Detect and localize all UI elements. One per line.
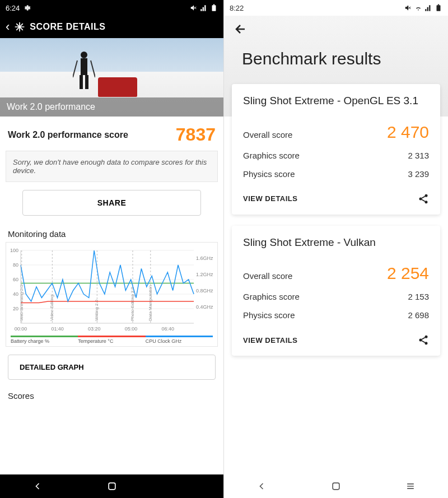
wifi-icon: [414, 4, 422, 12]
svg-point-45: [425, 336, 428, 338]
svg-text:05:00: 05:00: [125, 326, 137, 332]
battery-icon: [210, 4, 218, 12]
svg-text:01:40: 01:40: [51, 326, 63, 332]
header-title: SCORE DETAILS: [30, 22, 105, 32]
physics-label: Physics score: [243, 169, 295, 179]
svg-text:100: 100: [10, 248, 18, 253]
svg-text:Data Manipulation: Data Manipulation: [148, 285, 153, 321]
overall-label: Overall score: [243, 271, 292, 281]
svg-rect-3: [81, 58, 87, 75]
physics-value: 2 698: [408, 310, 429, 320]
monitoring-title: Monitoring data: [0, 224, 223, 242]
svg-text:80: 80: [13, 262, 18, 268]
hero-banner: Work 2.0 performance: [0, 97, 223, 117]
graphics-value: 2 153: [408, 292, 429, 301]
svg-text:60: 60: [13, 277, 18, 282]
legend-temp: Temperature °C: [78, 338, 145, 344]
nav-home-icon[interactable]: [330, 481, 342, 492]
svg-point-47: [425, 342, 428, 345]
share-icon[interactable]: [418, 334, 429, 346]
svg-text:40: 40: [13, 291, 18, 297]
right-phone: 8:22 Benchmark results Sling Shot Extrem…: [224, 0, 448, 498]
svg-rect-4: [80, 75, 83, 89]
signal-icon: [424, 4, 432, 12]
overall-label: Overall score: [243, 130, 292, 139]
svg-text:06:40: 06:40: [162, 326, 174, 332]
monitoring-chart: 204060801000.4GHz0.8GHz1.2GHz1.6GHzWeb B…: [6, 242, 218, 347]
battery-icon: [435, 4, 442, 12]
svg-text:0.8GHz: 0.8GHz: [196, 288, 213, 294]
mute-icon: [404, 4, 412, 12]
benchmark-card-vulkan: Sling Shot Extreme - Vulkan Overall scor…: [232, 226, 440, 356]
svg-point-43: [419, 197, 422, 200]
status-time: 8:22: [230, 4, 244, 12]
graphics-label: Graphics score: [243, 292, 300, 301]
snowflake-icon: [14, 21, 25, 32]
svg-rect-48: [333, 483, 339, 490]
graphics-label: Graphics score: [243, 151, 300, 160]
svg-rect-5: [85, 75, 88, 89]
benchmark-card-opengl: Sling Shot Extreme - OpenGL ES 3.1 Overa…: [232, 84, 440, 215]
signal-icon: [200, 4, 208, 12]
svg-rect-39: [109, 483, 115, 490]
hero-image: Work 2.0 performance: [0, 38, 223, 117]
share-button[interactable]: SHARE: [22, 190, 201, 216]
gear-icon: [23, 4, 31, 12]
back-icon[interactable]: [234, 22, 248, 36]
card-title: Sling Shot Extreme - OpenGL ES 3.1: [243, 94, 429, 108]
nav-bar-left: [0, 474, 223, 498]
nav-bar-right: [224, 474, 448, 498]
svg-text:1.6GHz: 1.6GHz: [196, 255, 213, 261]
legend-cpu: CPU Clock GHz: [146, 338, 213, 344]
overall-value: 2 470: [387, 123, 429, 142]
svg-point-42: [425, 194, 428, 197]
score-row: Work 2.0 performance score 7837: [0, 117, 223, 151]
svg-line-6: [73, 60, 77, 77]
svg-point-2: [81, 52, 87, 58]
nav-home-icon[interactable]: [106, 481, 118, 492]
legend-battery: Battery charge %: [11, 338, 78, 344]
nav-back-icon[interactable]: [256, 481, 267, 492]
score-label: Work 2.0 performance score: [8, 130, 128, 140]
svg-text:20: 20: [13, 306, 18, 311]
note-box: Sorry, we don't have enough data to comp…: [6, 151, 218, 182]
left-phone: 6:24 ‹ SCORE DETAILS Work 2.0 performanc…: [0, 0, 224, 498]
view-details-button[interactable]: VIEW DETAILS: [243, 194, 297, 203]
nav-recent-icon[interactable]: [405, 481, 416, 492]
card-title: Sling Shot Extreme - Vulkan: [243, 236, 429, 250]
share-icon[interactable]: [418, 193, 429, 204]
svg-text:0.4GHz: 0.4GHz: [196, 304, 213, 310]
graphics-value: 2 313: [408, 151, 429, 160]
status-bar-left: 6:24: [0, 0, 223, 16]
svg-line-7: [91, 60, 95, 77]
svg-rect-41: [438, 4, 439, 6]
svg-rect-1: [213, 4, 214, 6]
svg-rect-0: [212, 5, 216, 11]
svg-text:03:20: 03:20: [88, 326, 100, 332]
score-value: 7837: [176, 124, 216, 145]
nav-back-icon[interactable]: [32, 481, 43, 492]
scores-title: Scores: [0, 385, 223, 404]
physics-value: 3 239: [408, 169, 429, 179]
svg-text:00:00: 00:00: [15, 326, 27, 332]
page-title: Benchmark results: [224, 38, 448, 84]
back-icon[interactable]: ‹: [6, 20, 10, 34]
view-details-button[interactable]: VIEW DETAILS: [243, 336, 297, 345]
overall-value: 2 254: [387, 264, 429, 283]
header-bar: ‹ SCORE DETAILS: [0, 16, 223, 38]
detailed-graph-button[interactable]: DETAILED GRAPH: [8, 355, 216, 380]
svg-text:1.2GHz: 1.2GHz: [196, 272, 213, 277]
svg-text:Writing 2.0: Writing 2.0: [94, 299, 99, 321]
status-time: 6:24: [6, 4, 20, 12]
svg-text:Video Editing: Video Editing: [49, 295, 54, 321]
svg-point-46: [419, 339, 422, 342]
physics-label: Physics score: [243, 310, 295, 320]
svg-point-44: [425, 201, 428, 203]
mute-icon: [190, 4, 198, 12]
svg-rect-40: [437, 5, 441, 11]
status-bar-right: 8:22: [224, 0, 448, 16]
